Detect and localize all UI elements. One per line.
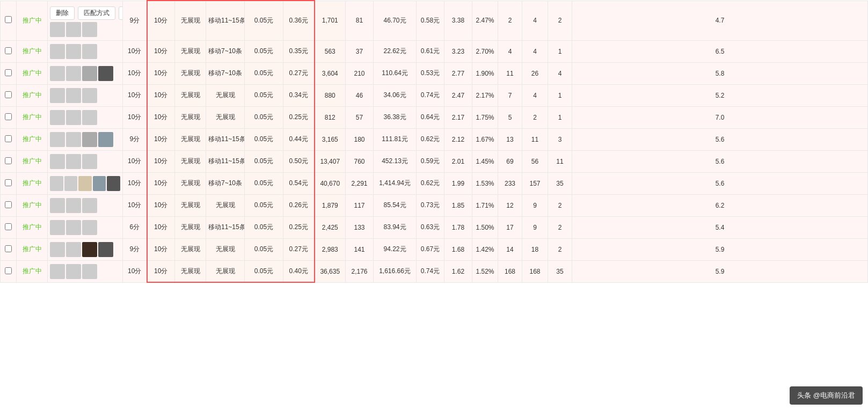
roi-cell: 6.5 [572,40,868,62]
impressions-cell: 40,670 [315,172,346,194]
fav-cell: 2 [498,1,522,40]
bid-cell: 10分 [147,260,175,282]
status-badge: 推广中 [23,267,42,275]
click-price-cell: 0.05元 [245,40,283,62]
mobile-show-cell: 移动11~15条 [206,128,245,150]
click-cost-cell: 0.25元 [283,106,315,128]
product-cell [48,194,123,216]
product-table: 推广中删除匹配方式流量扩展NEW实时数据更多9分10分无展现移动11~15条0.… [0,0,868,283]
row-checkbox[interactable] [5,267,12,274]
product-thumb [66,44,81,59]
product-thumb [66,264,81,279]
ctr-cell: 1.53% [472,172,498,194]
ctr-cell: 2.47% [472,1,498,40]
orders-cell: 2 [548,238,572,260]
mobile-show-cell: 无展现 [206,194,245,216]
row-checkbox[interactable] [5,47,12,54]
mobile-show-cell: 移动11~15条 [206,1,245,40]
avg-pos-cell: 3.38 [444,1,472,40]
table-row: 推广中10分10分无展现移动11~15条0.05元0.50元13,4077604… [1,150,868,172]
orders-cell: 1 [548,84,572,106]
fav-cell: 5 [498,106,522,128]
roi-cell: 5.6 [572,150,868,172]
spend-cell: 46.70元 [374,1,417,40]
row-checkbox[interactable] [5,201,12,208]
roi-cell: 7.0 [572,106,868,128]
spend-cell: 22.62元 [374,40,417,62]
product-cell [48,62,123,84]
row-checkbox[interactable] [5,223,12,230]
cart-cell: 9 [522,194,548,216]
status-badge: 推广中 [23,135,42,143]
product-thumbnails [50,110,120,125]
product-cell [48,84,123,106]
clicks-cell: 57 [346,106,374,128]
avg-pos-cell: 1.85 [444,194,472,216]
mobile-show-cell: 无展现 [206,260,245,282]
table-row: 推广中10分10分无展现移动7~10条0.05元0.35元5633722.62元… [1,40,868,62]
product-thumb [50,264,65,279]
row-checkbox-cell [1,106,17,128]
impressions-cell: 1,701 [315,1,346,40]
avg-pos-cell: 2.47 [444,84,472,106]
table-row: 推广中9分10分无展现无展现0.05元0.27元2,98314194.22元0.… [1,238,868,260]
match-button[interactable]: 匹配方式 [78,6,115,20]
product-thumb [98,66,113,81]
spend-cell: 85.54元 [374,194,417,216]
row-checkbox[interactable] [5,157,12,164]
row-checkbox[interactable] [5,135,12,142]
impressions-cell: 13,407 [315,150,346,172]
mobile-show-cell: 无展现 [206,238,245,260]
score-cell: 10分 [123,106,147,128]
pc-show-cell: 无展现 [175,216,206,238]
row-checkbox[interactable] [5,245,12,252]
ctr-cell: 1.75% [472,106,498,128]
status-cell: 推广中 [17,238,48,260]
delete-button[interactable]: 删除 [50,6,75,20]
row-checkbox[interactable] [5,16,12,23]
product-thumb [82,66,97,81]
status-cell: 推广中 [17,172,48,194]
status-badge: 推广中 [23,47,42,55]
status-badge: 推广中 [23,113,42,121]
bid-cell: 10分 [147,216,175,238]
ctr-val-cell: 0.59元 [417,150,444,172]
pc-show-cell: 无展现 [175,84,206,106]
click-cost-cell: 0.40元 [283,260,315,282]
row-checkbox[interactable] [5,91,12,98]
bid-cell: 10分 [147,40,175,62]
status-cell: 推广中 [17,62,48,84]
bid-cell: 10分 [147,172,175,194]
row-checkbox-cell [1,62,17,84]
row-checkbox-cell [1,194,17,216]
click-cost-cell: 0.25元 [283,216,315,238]
product-thumb [66,132,81,147]
product-thumb [82,154,97,169]
fav-cell: 17 [498,216,522,238]
roi-cell: 5.4 [572,216,868,238]
orders-cell: 1 [548,40,572,62]
bid-cell: 10分 [147,238,175,260]
orders-cell: 1 [548,106,572,128]
product-thumb [93,176,106,191]
product-thumb [50,198,65,213]
orders-cell: 35 [548,172,572,194]
impressions-cell: 3,165 [315,128,346,150]
pc-show-cell: 无展现 [175,150,206,172]
row-checkbox[interactable] [5,113,12,120]
table-row: 推广中删除匹配方式流量扩展NEW实时数据更多9分10分无展现移动11~15条0.… [1,1,868,40]
product-thumb [50,110,65,125]
bid-cell: 10分 [147,106,175,128]
score-cell: 9分 [123,1,147,40]
clicks-cell: 760 [346,150,374,172]
traffic-button[interactable]: 流量扩展NEW [119,6,123,20]
clicks-cell: 37 [346,40,374,62]
product-cell [48,40,123,62]
product-thumbnails [50,264,120,279]
product-thumbnails [50,132,120,147]
click-price-cell: 0.05元 [245,238,283,260]
status-badge: 推广中 [23,223,42,231]
avg-pos-cell: 2.17 [444,106,472,128]
row-checkbox[interactable] [5,69,12,76]
row-checkbox[interactable] [5,179,12,186]
